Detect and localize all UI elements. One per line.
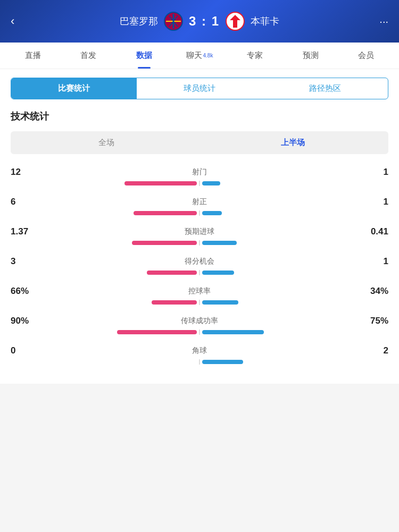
tab-navigation: 直播 首发 数据 聊天4.8k 专家 预测 会员 — [0, 43, 399, 69]
right-bar — [202, 330, 264, 334]
match-header: ‹ 巴塞罗那 3 : 1 本菲卡 ··· — [0, 0, 399, 43]
stat-right-value: 0.41 — [362, 226, 388, 237]
tab-data[interactable]: 数据 — [117, 43, 172, 69]
stat-row: 12 射门 1 — [11, 167, 388, 186]
stat-name: 射正 — [37, 197, 362, 207]
stat-name: 得分机会 — [37, 257, 362, 266]
stat-right-value: 1 — [362, 167, 388, 178]
stat-name: 角球 — [37, 346, 362, 356]
stat-row: 6 射正 1 — [11, 197, 388, 216]
tab-lineup[interactable]: 首发 — [61, 43, 116, 69]
left-bar — [124, 181, 197, 185]
stat-left-value: 3 — [11, 256, 37, 267]
right-bar — [202, 181, 220, 185]
section-title: 技术统计 — [11, 110, 388, 123]
content-area: 比赛统计 球员统计 路径热区 技术统计 全场 上半场 12 射门 1 — [0, 69, 399, 384]
more-button[interactable]: ··· — [367, 15, 388, 28]
stat-right-value: 1 — [362, 256, 388, 267]
period-full[interactable]: 全场 — [13, 133, 200, 152]
right-bar — [202, 271, 234, 275]
tab-expert[interactable]: 专家 — [227, 43, 282, 69]
right-bar — [202, 360, 243, 364]
period-toggle: 全场 上半场 — [11, 131, 388, 154]
stat-left-value: 90% — [11, 316, 37, 326]
left-bar — [147, 271, 197, 275]
stat-right-value: 75% — [362, 316, 388, 326]
away-team-logo — [225, 11, 245, 31]
sub-tab-player-stats[interactable]: 球员统计 — [137, 78, 262, 99]
tab-predict[interactable]: 预测 — [282, 43, 338, 69]
stat-left-value: 1.37 — [11, 226, 37, 237]
tab-chat[interactable]: 聊天4.8k — [172, 43, 227, 69]
stat-right-value: 34% — [362, 286, 388, 297]
bar-divider — [199, 210, 200, 216]
home-team-name: 巴塞罗那 — [120, 15, 158, 28]
stat-left-value: 66% — [11, 286, 37, 297]
left-bar — [132, 241, 197, 245]
stat-row: 66% 控球率 34% — [11, 286, 388, 305]
stat-right-value: 1 — [362, 197, 388, 207]
period-first-half[interactable]: 上半场 — [200, 133, 386, 152]
stat-row: 90% 传球成功率 75% — [11, 316, 388, 335]
bar-divider — [199, 181, 200, 186]
match-info: 巴塞罗那 3 : 1 本菲卡 — [32, 11, 367, 31]
stat-left-value: 6 — [11, 197, 37, 207]
bar-divider — [199, 330, 200, 335]
bar-divider — [199, 270, 200, 275]
right-bar — [202, 211, 222, 215]
sub-tab-heatmap[interactable]: 路径热区 — [262, 78, 388, 99]
left-bar — [152, 300, 197, 305]
stats-container: 12 射门 1 6 射正 1 — [11, 167, 388, 365]
left-bar — [117, 330, 197, 334]
back-button[interactable]: ‹ — [11, 14, 32, 28]
match-score: 3 : 1 — [189, 14, 220, 29]
stat-left-value: 12 — [11, 167, 37, 178]
bar-divider — [199, 359, 200, 365]
left-bar — [134, 211, 197, 215]
stat-name: 控球率 — [37, 286, 362, 296]
stat-left-value: 0 — [11, 345, 37, 356]
sub-tab-group: 比赛统计 球员统计 路径热区 — [11, 78, 388, 99]
tab-live[interactable]: 直播 — [5, 43, 61, 69]
away-team-name: 本菲卡 — [251, 15, 279, 28]
stat-row: 3 得分机会 1 — [11, 256, 388, 275]
stat-name: 射门 — [37, 167, 362, 177]
bar-divider — [199, 240, 200, 246]
sub-tab-match-stats[interactable]: 比赛统计 — [11, 78, 137, 99]
right-bar — [202, 300, 238, 305]
tab-member[interactable]: 会员 — [338, 43, 394, 69]
stat-row: 0 角球 2 — [11, 345, 388, 365]
right-bar — [202, 241, 237, 245]
home-team-logo — [163, 11, 184, 31]
stat-right-value: 2 — [362, 345, 388, 356]
stat-name: 传球成功率 — [37, 316, 362, 326]
stat-name: 预期进球 — [37, 227, 362, 237]
bar-divider — [199, 300, 200, 305]
stat-row: 1.37 预期进球 0.41 — [11, 226, 388, 246]
